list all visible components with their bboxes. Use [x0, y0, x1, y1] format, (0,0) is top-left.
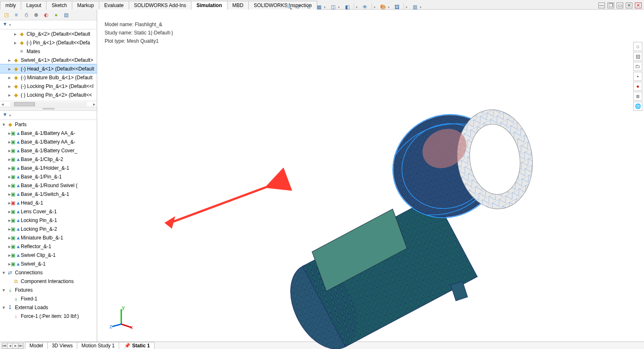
ribbon-tab-evaluate[interactable]: Evaluate: [99, 1, 129, 10]
dropdown-chevron-icon[interactable]: ▾: [420, 5, 421, 9]
display-icon[interactable]: ⎙: [22, 10, 31, 20]
expand-toggle-icon[interactable]: ▸: [7, 57, 12, 63]
tree-item[interactable]: ⏚Fixed-1: [0, 294, 97, 303]
tree-item[interactable]: ▸▣▲Swivel Clip_&-1: [0, 251, 97, 259]
tree-item[interactable]: ▸▣▲Reflector_&-1: [0, 242, 97, 251]
tree-item[interactable]: ▸◆(-) Pin_&<1> (Default<<Defa: [0, 38, 97, 47]
expand-toggle-icon[interactable]: ▾: [2, 122, 6, 127]
tree-item[interactable]: ▸▣▲Base_&-1/Battery AA_&-: [0, 129, 97, 137]
tab-first-button[interactable]: ⏮: [2, 343, 7, 349]
bottom-tab-motion-study-1[interactable]: Motion Study 1: [77, 342, 119, 349]
ribbon-tab-mbd[interactable]: MBD: [227, 1, 249, 10]
feature-tree-hscroll[interactable]: ◂ ▸: [0, 101, 97, 107]
colors-icon[interactable]: ◐: [42, 10, 51, 20]
tree-item[interactable]: ▸▣▲Head_&-1: [0, 198, 97, 207]
expand-toggle-icon[interactable]: ▸: [7, 75, 12, 81]
bottom-tab-static-1[interactable]: 📌Static 1: [119, 342, 154, 349]
parts-folder-icon: ◆: [7, 121, 13, 128]
bottom-tab-model[interactable]: Model: [25, 342, 48, 349]
dropdown-chevron-icon[interactable]: ▾: [388, 5, 389, 9]
ribbon-tab-sketch[interactable]: Sketch: [46, 1, 72, 10]
feature-filter-row[interactable]: ▼▾: [0, 20, 97, 29]
tree-item[interactable]: ✳Mates: [0, 47, 97, 56]
tree-item[interactable]: ▸▣▲Locking Pin_&-1: [0, 216, 97, 225]
globe-icon[interactable]: 🌐: [633, 102, 642, 111]
appearance-icon[interactable]: ⊕: [32, 10, 41, 20]
tree-item[interactable]: ▸▣▲Swivel_&-1: [0, 259, 97, 268]
tree-item[interactable]: ▸◆Clip_&<2> (Default<<Default: [0, 29, 97, 38]
expand-toggle-icon[interactable]: ▾: [2, 305, 6, 310]
home-icon[interactable]: ⌂: [633, 42, 642, 51]
dropdown-chevron-icon[interactable]: ▾: [324, 5, 326, 9]
restore-button[interactable]: ❐: [607, 2, 614, 8]
dropdown-chevron-icon[interactable]: ▾: [356, 5, 358, 9]
folder-icon[interactable]: 🗀: [633, 62, 642, 71]
expand-toggle-icon[interactable]: ▸: [13, 40, 17, 46]
tree-item[interactable]: ▸▣▲Base_&-1/Battery AA_&-: [0, 137, 97, 146]
dropdown-chevron-icon[interactable]: ▾: [406, 5, 407, 9]
ribbon-tab-solidworks-add-ins[interactable]: SOLIDWORKS Add-Ins: [129, 1, 191, 10]
tree-item[interactable]: ▾◆Parts: [0, 120, 97, 129]
svg-line-18: [121, 324, 131, 327]
svg-rect-13: [451, 281, 468, 301]
tree-item-label: Swivel_&<1> (Default<<Default>: [20, 57, 93, 63]
tree-item[interactable]: ▸◆(-) Head_&<1> (Default<<Default: [0, 64, 97, 73]
tree-item[interactable]: ▸▣▲Base_&-1/Round Swivel (: [0, 181, 97, 190]
filter-tool-icon[interactable]: ▪: [633, 72, 642, 81]
property-icon[interactable]: ≣: [633, 92, 642, 101]
close-doc-button[interactable]: ✕: [626, 2, 632, 8]
ribbon-tab-simulation[interactable]: Simulation: [191, 1, 227, 10]
feature-manager-tree[interactable]: ▸◆Clip_&<2> (Default<<Default▸◆(-) Pin_&…: [0, 29, 97, 101]
tree-item[interactable]: ▸▣▲Base_&-1/Clip_&-2: [0, 155, 97, 164]
tree-item[interactable]: ⧉Component Interactions: [0, 277, 97, 286]
simulation-study-tree[interactable]: ▾◆Parts▸▣▲Base_&-1/Battery AA_&-▸▣▲Base_…: [0, 120, 97, 342]
view-triad[interactable]: y x z: [110, 306, 133, 329]
minimize-button[interactable]: —: [598, 2, 605, 8]
ribbon-tab-layout[interactable]: Layout: [21, 1, 47, 10]
close-app-button[interactable]: ✕: [635, 2, 642, 8]
tab-last-button[interactable]: ⏭: [18, 343, 24, 349]
graphics-viewport[interactable]: Model name: Flashlight_& Study name: Sta…: [97, 10, 644, 342]
tree-item[interactable]: ▸▣▲Locking Pin_&-2: [0, 225, 97, 233]
tree-item[interactable]: ▸◆( ) Locking Pin_&<2> (Default<<: [0, 90, 97, 99]
tree-item[interactable]: ▸▣▲Base_&-1/Battery Cover_: [0, 146, 97, 155]
tree-item[interactable]: ▸▣▲Miniature Bulb_&-1: [0, 233, 97, 242]
window-controls: — ❐ ▭ ✕ ✕: [598, 2, 642, 8]
svg-text:z: z: [110, 324, 112, 329]
tab-prev-button[interactable]: ◂: [7, 343, 13, 349]
view-palette-icon[interactable]: ▤: [61, 10, 71, 20]
tree-item[interactable]: ▾⇄Connections: [0, 268, 97, 277]
expand-toggle-icon[interactable]: ▸: [7, 92, 12, 98]
sim-filter-row[interactable]: ▼▾: [0, 111, 97, 120]
tree-item[interactable]: ▸▣▲Base_&-1/Pin_&-1: [0, 172, 97, 181]
ribbon-tab-mbly[interactable]: mbly: [0, 1, 21, 10]
tree-item[interactable]: ▸▣▲Lens Cover_&-1: [0, 207, 97, 216]
tab-next-button[interactable]: ▸: [12, 343, 18, 349]
tile-button[interactable]: ▭: [617, 2, 623, 8]
ribbon-tab-markup[interactable]: Markup: [72, 1, 99, 10]
layer-icon[interactable]: ▤: [633, 52, 642, 61]
expand-toggle-icon[interactable]: ▸: [7, 66, 12, 72]
bottom-tab-3d-views[interactable]: 3D Views: [47, 342, 77, 349]
tree-item[interactable]: ▸◆(-) Miniature Bulb_&<1> (Default: [0, 73, 97, 82]
expand-toggle-icon[interactable]: ▸: [7, 83, 12, 89]
expand-toggle-icon[interactable]: ▾: [2, 287, 6, 293]
overlay-study-name: Study name: Static 1(-Default-): [105, 29, 173, 37]
config-icon[interactable]: ≡: [12, 10, 21, 20]
expand-toggle-icon[interactable]: ▾: [2, 270, 6, 276]
tree-item[interactable]: ↓Force-1 (:Per item: 10 lbf:): [0, 312, 97, 320]
dropdown-chevron-icon[interactable]: ▾: [338, 5, 340, 9]
tree-item[interactable]: ▸▣▲Base_&-1/Holder_&-1: [0, 164, 97, 172]
color-sphere-icon[interactable]: ●: [633, 82, 642, 91]
tree-item[interactable]: ▾⏚Fixtures: [0, 286, 97, 294]
rebuild-icon[interactable]: ●: [51, 10, 61, 20]
assembly-icon[interactable]: ◳: [2, 10, 11, 20]
pane-splitter[interactable]: [0, 107, 97, 111]
dropdown-chevron-icon[interactable]: ▾: [374, 5, 375, 9]
expand-toggle-icon[interactable]: ▸: [13, 31, 17, 37]
tree-item[interactable]: ▸◆(-) Locking Pin_&<1> (Default<<I: [0, 82, 97, 90]
tree-item[interactable]: ▾↧External Loads: [0, 303, 97, 312]
tree-item[interactable]: ▸▣▲Base_&-1/Switch_&-1: [0, 190, 97, 198]
pin-icon[interactable]: 📌: [124, 343, 130, 349]
tree-item[interactable]: ▸◆Swivel_&<1> (Default<<Default>: [0, 56, 97, 64]
